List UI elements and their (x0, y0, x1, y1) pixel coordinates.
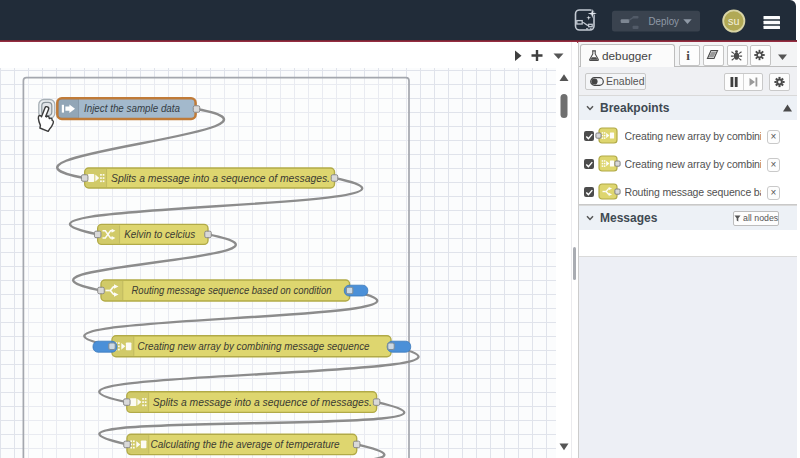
svg-text:i: i (686, 48, 690, 63)
svg-text:Creating new array by combinin: Creating new array by combining message … (138, 341, 370, 352)
svg-text:Splits a message into a sequen: Splits a message into a sequence of mess… (111, 173, 330, 184)
svg-text:Calculating the the average of: Calculating the the average of temperatu… (151, 439, 340, 450)
svg-text:Kelvin to celcius: Kelvin to celcius (124, 229, 195, 240)
svg-text:su: su (728, 15, 739, 27)
svg-text:Routing message sequence based: Routing message sequence based on condit… (132, 285, 332, 296)
svg-text:Splits a message into a sequen: Splits a message into a sequence of mess… (153, 397, 372, 408)
svg-text:Deploy: Deploy (649, 15, 680, 27)
svg-text:Inject the sample data: Inject the sample data (84, 103, 180, 114)
